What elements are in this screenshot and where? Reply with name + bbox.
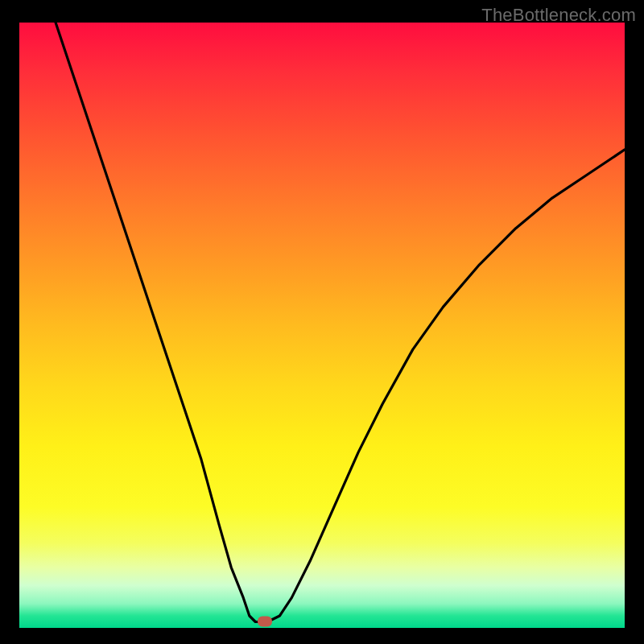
chart-area	[19, 23, 625, 628]
bottleneck-curve	[19, 23, 625, 628]
optimum-marker	[258, 617, 272, 627]
watermark-text: TheBottleneck.com	[481, 5, 636, 26]
